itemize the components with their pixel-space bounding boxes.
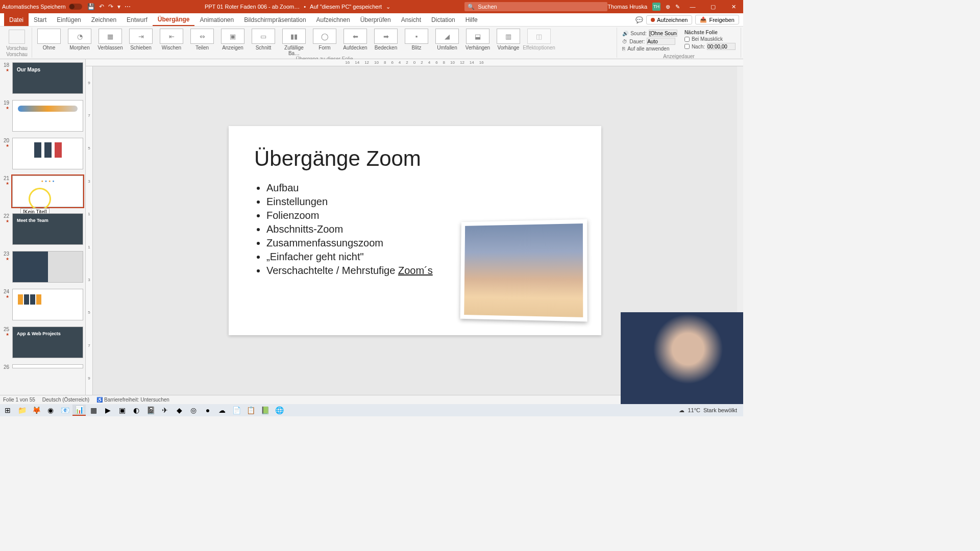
weather-widget[interactable]: ☁ 11°C Stark bewölkt xyxy=(674,407,742,414)
app4-icon[interactable]: ◆ xyxy=(173,405,186,416)
maximize-button[interactable]: ▢ xyxy=(705,4,721,10)
saved-location: Auf "diesem PC" gespeichert xyxy=(310,4,382,10)
share-icon: 📤 xyxy=(700,16,707,23)
close-button[interactable]: ✕ xyxy=(726,4,741,10)
transition-fade[interactable]: ▦Verblassen xyxy=(95,28,125,56)
tab-animations[interactable]: Animationen xyxy=(194,13,239,26)
save-icon[interactable]: 💾 xyxy=(87,3,95,10)
preview-button[interactable]: Vorschau xyxy=(4,28,30,52)
language-status[interactable]: Deutsch (Österreich) xyxy=(42,397,89,403)
vlc-icon[interactable]: ▶ xyxy=(101,405,114,416)
duration-input[interactable] xyxy=(647,38,675,45)
powerpoint-icon[interactable]: 📊 xyxy=(72,405,86,416)
transition-reveal[interactable]: ▣Anzeigen xyxy=(218,28,248,56)
firefox-icon[interactable]: 🦊 xyxy=(30,405,43,416)
search-box[interactable]: 🔍 Suchen xyxy=(464,2,607,11)
thumb-26[interactable]: 26 xyxy=(0,361,85,373)
app2-icon[interactable]: ▣ xyxy=(115,405,129,416)
app7-icon[interactable]: ☁ xyxy=(215,405,229,416)
tab-transitions[interactable]: Übergänge xyxy=(153,13,195,26)
outlook-icon[interactable]: 📧 xyxy=(58,405,71,416)
thumb-25[interactable]: 25★ App & Web Projects xyxy=(0,323,85,361)
minimize-button[interactable]: — xyxy=(685,4,700,10)
tab-dictation[interactable]: Dictation xyxy=(426,13,460,26)
tab-help[interactable]: Hilfe xyxy=(460,13,483,26)
transition-curtains[interactable]: ▥Vorhänge xyxy=(494,28,523,56)
explorer-icon[interactable]: 📁 xyxy=(15,405,29,416)
ruler-vertical: 9753113579 xyxy=(86,66,93,395)
tab-draw[interactable]: Zeichnen xyxy=(86,13,121,26)
doc-title: PPT 01 Roter Faden 006 - ab Zoom… xyxy=(205,4,300,10)
share-button[interactable]: 📤Freigeben xyxy=(695,15,739,24)
transition-fall[interactable]: ◢Umfallen xyxy=(432,28,462,56)
thumb-21[interactable]: 21★ ●●●● [Kein Titel] xyxy=(0,172,85,210)
windows-taskbar: ⊞ 📁 🦊 ◉ 📧 📊 ▦ ▶ ▣ ◐ 📓 ✈ ◆ ◎ ● ☁ 📄 📋 📗 🌐 … xyxy=(0,404,743,416)
draw-icon[interactable]: ✎ xyxy=(675,4,680,10)
transition-cover[interactable]: ➡Bedecken xyxy=(371,28,401,56)
sound-select[interactable] xyxy=(649,30,677,37)
thumb-20[interactable]: 20★ xyxy=(0,135,85,172)
onenote-icon[interactable]: 📓 xyxy=(144,405,157,416)
transition-flash[interactable]: ▪Blitz xyxy=(402,28,431,56)
autosave-toggle[interactable] xyxy=(69,4,82,10)
chrome-icon[interactable]: ◉ xyxy=(44,405,57,416)
effect-options: ◫Effektoptionen xyxy=(524,28,554,56)
slide-canvas[interactable]: Übergänge Zoom Aufbau Einstellungen Foli… xyxy=(229,126,601,335)
sound-icon: 🔊 xyxy=(622,31,628,36)
chevron-down-icon[interactable]: ⌄ xyxy=(386,4,390,10)
more-icon[interactable]: ⋯ xyxy=(125,3,131,10)
transition-drape[interactable]: ⬓Verhängen xyxy=(463,28,493,56)
transition-none[interactable]: Ohne xyxy=(34,28,64,56)
tab-insert[interactable]: Einfügen xyxy=(52,13,86,26)
app6-icon[interactable]: ● xyxy=(201,405,214,416)
tab-record[interactable]: Aufzeichnen xyxy=(311,13,355,26)
ribbon-tabs: Datei Start Einfügen Zeichnen Entwurf Üb… xyxy=(0,13,743,27)
undo-icon[interactable]: ↶ xyxy=(99,3,104,10)
tab-slideshow[interactable]: Bildschirmpräsentation xyxy=(239,13,311,26)
thumb-22[interactable]: 22★ Meet the Team xyxy=(0,210,85,248)
user-avatar[interactable]: TH xyxy=(652,3,660,11)
thumb-18[interactable]: 18★ Our Maps xyxy=(0,59,85,97)
word-icon[interactable]: 📄 xyxy=(230,405,243,416)
transition-split[interactable]: ⇔Teilen xyxy=(187,28,217,56)
start-button[interactable]: ⊞ xyxy=(1,405,14,416)
thumb-19[interactable]: 19★ xyxy=(0,97,85,135)
tab-file[interactable]: Datei xyxy=(4,13,29,26)
redo-icon[interactable]: ↷ xyxy=(108,3,113,10)
comments-icon[interactable]: 💬 xyxy=(635,16,643,23)
app5-icon[interactable]: ◎ xyxy=(187,405,200,416)
apply-all-button[interactable]: ⎘Auf alle anwenden xyxy=(622,46,677,52)
accessibility-status[interactable]: ♿Barrierefreiheit: Untersuchen xyxy=(96,397,169,403)
start-icon[interactable]: ▾ xyxy=(117,3,120,10)
tab-design[interactable]: Entwurf xyxy=(121,13,153,26)
search-icon: 🔍 xyxy=(468,4,475,10)
after-time-input[interactable] xyxy=(707,43,736,50)
transition-morph[interactable]: ◔Morphen xyxy=(65,28,94,56)
next-slide-label: Nächste Folie xyxy=(684,30,736,35)
app-icon[interactable]: ▦ xyxy=(87,405,100,416)
app3-icon[interactable]: ◐ xyxy=(130,405,143,416)
app8-icon[interactable]: 📋 xyxy=(244,405,257,416)
tab-review[interactable]: Überprüfen xyxy=(355,13,396,26)
record-button[interactable]: Aufzeichnen xyxy=(646,15,693,24)
thumb-23[interactable]: 23★ xyxy=(0,248,85,286)
transition-cut[interactable]: ▭Schnitt xyxy=(249,28,278,56)
transition-random[interactable]: ▮▮Zufällige Ba… xyxy=(279,28,309,56)
clock-icon: ⏱ xyxy=(622,39,627,44)
transition-wipe[interactable]: ⇤Wischen xyxy=(157,28,186,56)
after-checkbox[interactable] xyxy=(684,44,690,49)
edge-icon[interactable]: 🌐 xyxy=(273,405,286,416)
transition-shape[interactable]: ◯Form xyxy=(310,28,339,56)
thumb-24[interactable]: 24★ xyxy=(0,286,85,323)
transition-uncover[interactable]: ⬅Aufdecken xyxy=(340,28,370,56)
tab-view[interactable]: Ansicht xyxy=(396,13,426,26)
user-name: Thomas Hruska xyxy=(607,4,647,10)
on-click-checkbox[interactable] xyxy=(684,37,690,42)
tab-start[interactable]: Start xyxy=(29,13,52,26)
excel-icon[interactable]: 📗 xyxy=(258,405,272,416)
telegram-icon[interactable]: ✈ xyxy=(158,405,172,416)
slide-thumbnails: 18★ Our Maps 19★ 20★ 21★ ●●●● [Kein Tite… xyxy=(0,59,86,395)
slide-counter[interactable]: Folie 1 von 55 xyxy=(3,397,35,403)
transition-push[interactable]: ⇥Schieben xyxy=(126,28,156,56)
present-icon[interactable]: ⊕ xyxy=(666,4,670,10)
